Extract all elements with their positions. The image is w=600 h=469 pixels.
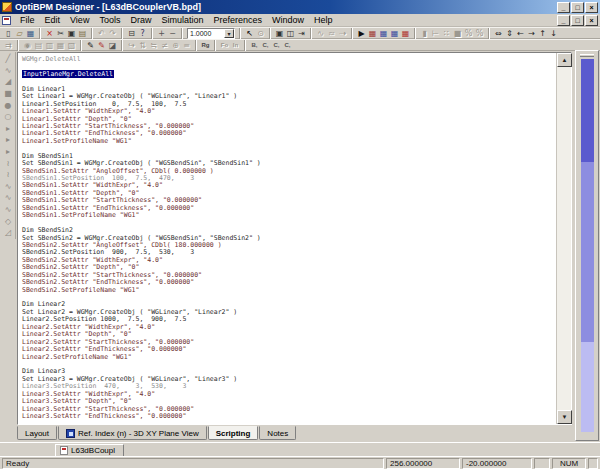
panel-grip[interactable] <box>580 54 594 57</box>
calc-stop-icon[interactable]: ▦ <box>400 28 411 39</box>
script-editor[interactable]: WGMgr.DeleteAll InputPlaneMgr.DeleteAll … <box>18 53 556 424</box>
pencil-red-icon[interactable]: ✎ <box>96 40 107 51</box>
zoom-in-icon[interactable]: + <box>156 28 167 39</box>
menu-edit[interactable]: Edit <box>40 14 66 26</box>
print-icon[interactable]: ⊟ <box>126 28 137 39</box>
select-region-icon[interactable]: ▣ <box>274 28 285 39</box>
zoom-level-combo[interactable]: 1.0000▾ <box>187 28 235 39</box>
mdi-close-button[interactable]: × <box>585 15 598 26</box>
contour-2-icon[interactable]: C, <box>271 40 282 51</box>
status-end-panel <box>588 458 598 469</box>
status-message: Ready <box>2 458 384 469</box>
cursor-x-coordinate: 256.000000 <box>386 458 460 469</box>
menu-simulation[interactable]: Simulation <box>156 14 208 26</box>
pointer-tool-icon[interactable]: ↖ <box>244 28 255 39</box>
menu-file[interactable]: File <box>15 14 40 26</box>
contour-1-icon[interactable]: C, <box>260 40 271 51</box>
chevron-down-icon[interactable]: ▾ <box>224 29 234 38</box>
document-menu-icon[interactable] <box>2 16 11 25</box>
toolbar-separator <box>269 28 271 39</box>
boundary-icon[interactable]: B, <box>249 40 260 51</box>
flow-tool-icon: ⇢ <box>337 28 348 39</box>
region-tool-icon[interactable]: Rg <box>200 40 211 51</box>
help-icon[interactable]: ? <box>137 28 148 39</box>
save-icon[interactable]: ▦ <box>25 28 36 39</box>
dots-icon: ∷ <box>441 28 452 39</box>
draw-taper-tool-1[interactable]: ▸ <box>2 123 14 135</box>
new-file-icon[interactable]: ▯ <box>3 28 14 39</box>
move-up-icon[interactable]: ↑ <box>537 28 548 39</box>
open-file-icon[interactable]: ▱ <box>14 28 25 39</box>
draw-polygon-tool[interactable]: ◇ <box>2 215 14 227</box>
delete-icon[interactable]: × <box>44 28 55 39</box>
tab-layout[interactable]: Layout <box>17 426 57 440</box>
draw-sbend-tool-5[interactable]: ∿ <box>2 204 14 216</box>
menu-view[interactable]: View <box>65 14 94 26</box>
cut-icon[interactable]: ✂ <box>55 28 66 39</box>
code-line: SBendSin2.SetProfileName "WG1" <box>22 287 556 294</box>
calc-blue-icon[interactable]: ▦ <box>378 28 389 39</box>
layout-properties-icon: ⇉ <box>3 40 14 51</box>
tab-notes[interactable]: Notes <box>259 426 296 440</box>
minimize-button[interactable]: _ <box>557 2 570 13</box>
draw-sbend-tool-1[interactable]: ≀ <box>2 157 14 169</box>
contour-3-icon[interactable]: C, <box>282 40 293 51</box>
draw-sbend-tool-3[interactable]: ∿ <box>2 181 14 193</box>
toolbar-separator <box>151 28 153 39</box>
editor-scrollbar[interactable]: ▲ ▼ <box>556 53 571 424</box>
fit-vertical-icon[interactable]: ⇕ <box>504 28 515 39</box>
draw-sbend-tool-2[interactable]: ≀ <box>2 169 14 181</box>
draw-sbend-tool-4[interactable]: ∿ <box>2 192 14 204</box>
mdi-minimize-button[interactable]: _ <box>557 15 570 26</box>
draw-circle-tool[interactable]: ○ <box>2 111 14 123</box>
menu-window[interactable]: Window <box>267 14 309 26</box>
move-left-icon[interactable]: ← <box>515 28 526 39</box>
close-button[interactable]: × <box>585 2 598 13</box>
code-line: Linear2.SetProfileName "WG1" <box>22 354 556 361</box>
rotate-icon: ↪ <box>126 40 137 51</box>
fit-width-icon[interactable]: ⇥ <box>296 28 307 39</box>
toolbar-separator <box>244 40 246 51</box>
window-title: OptiBPM Designer - [L63dBCouplerVB.bpd] <box>15 0 557 14</box>
eraser-icon[interactable]: ◪ <box>107 40 118 51</box>
code-line <box>22 145 556 152</box>
scroll-down-icon[interactable]: ▼ <box>557 410 572 424</box>
toolbar-separator <box>195 40 197 51</box>
calc-red-icon[interactable]: ▦ <box>367 28 378 39</box>
draw-line-tool[interactable]: ╱ <box>2 53 14 65</box>
zoom-level-value: 1.0000 <box>188 29 224 38</box>
run-simulation-icon[interactable]: ▶ <box>356 28 367 39</box>
draw-triangle-tool[interactable]: ◿ <box>2 227 14 239</box>
menu-help[interactable]: Help <box>309 14 338 26</box>
draw-wedge-tool[interactable]: ◢ <box>2 76 14 88</box>
scroll-up-icon[interactable]: ▲ <box>557 53 572 67</box>
draw-region-tool[interactable]: ■ <box>2 88 14 100</box>
zoom-out-icon[interactable]: − <box>167 28 178 39</box>
fit-horizontal-icon[interactable]: ⇔ <box>493 28 504 39</box>
stop-icon: ■ <box>452 28 463 39</box>
pencil-icon[interactable]: ✎ <box>85 40 96 51</box>
title-bar: OptiBPM Designer - [L63dBCouplerVB.bpd] … <box>0 0 600 14</box>
draw-taper-tool-2[interactable]: ▸ <box>2 134 14 146</box>
move-right-icon[interactable]: → <box>526 28 537 39</box>
toolbar-separator <box>17 40 19 51</box>
menu-preferences[interactable]: Preferences <box>208 14 267 26</box>
pan-tool-icon[interactable]: ◫ <box>285 28 296 39</box>
code-line <box>22 361 556 368</box>
paste-icon[interactable]: ▤ <box>77 28 88 39</box>
draw-ellipse-tool[interactable]: ● <box>2 99 14 111</box>
move-down-icon[interactable]: ↓ <box>548 28 559 39</box>
copy-icon[interactable]: ▣ <box>66 28 77 39</box>
menu-draw[interactable]: Draw <box>125 14 156 26</box>
calc-blue2-icon[interactable]: ▦ <box>389 28 400 39</box>
status-bar: Ready 256.000000 -20.000000 NUM <box>0 456 600 469</box>
menu-tools[interactable]: Tools <box>94 14 125 26</box>
mdi-restore-button[interactable]: □ <box>571 15 584 26</box>
tab-scripting[interactable]: Scripting <box>208 426 259 440</box>
draw-curve-tool[interactable]: ∿ <box>2 65 14 77</box>
draw-taper-tool-3[interactable]: ▸ <box>2 146 14 158</box>
restore-button[interactable]: □ <box>571 2 584 13</box>
toolbar-separator <box>121 40 123 51</box>
tab-ref-index-n-3d-xy-plane-view[interactable]: Ref. Index (n) - 3D XY Plane View <box>58 426 207 440</box>
code-line: SBendSin1.SetProfileName "WG1" <box>22 212 556 219</box>
